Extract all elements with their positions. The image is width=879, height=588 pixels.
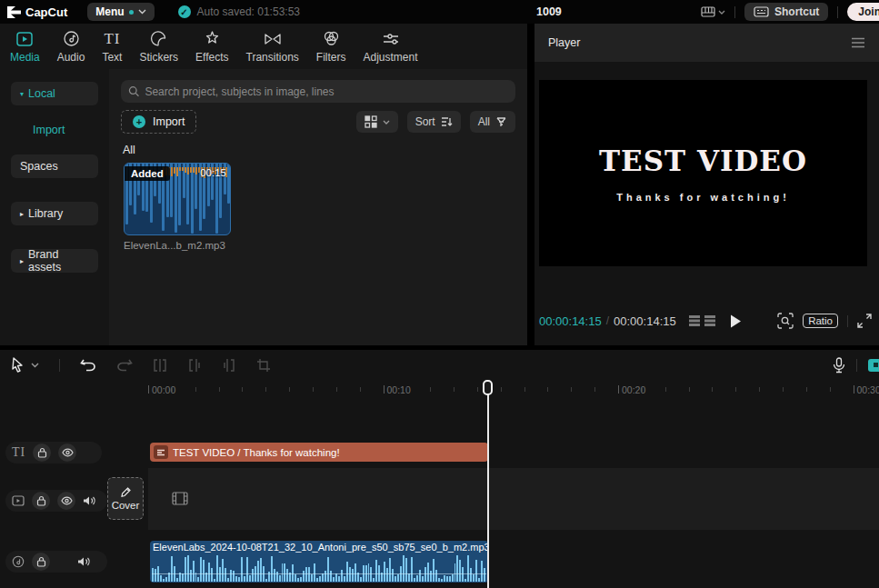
tab-audio[interactable]: Audio [55,30,88,64]
menu-button[interactable]: Menu [87,3,154,21]
pencil-icon [120,486,132,498]
lock-icon[interactable] [33,443,51,462]
chevron-down-icon [138,9,146,15]
adjustment-sliders-icon [382,30,400,48]
split-button[interactable] [153,358,167,373]
mute-icon[interactable] [83,495,95,506]
tab-stickers[interactable]: Stickers [136,30,181,64]
join-button[interactable]: Join [847,3,879,21]
sidebar-item-local[interactable]: ▾ Local [11,82,98,105]
sidebar-item-library[interactable]: ▸ Library [11,202,98,225]
select-tool-button[interactable] [11,357,39,373]
audio-icon [63,30,80,48]
tab-effects[interactable]: Effects [193,30,231,64]
media-content: + Import Sort All All [109,69,527,345]
join-label: Join [858,5,879,18]
cover-button[interactable]: Cover [107,477,144,520]
search-icon [128,85,139,97]
tab-text[interactable]: TI Text [99,30,125,64]
frame-preview-icons[interactable] [689,314,715,327]
capcut-logo-icon [7,6,21,18]
view-mode-button[interactable] [356,111,398,133]
chevron-down-icon [718,10,725,15]
player-menu-button[interactable] [851,37,865,48]
eye-icon[interactable] [57,492,75,510]
search-input[interactable] [145,85,508,98]
sidebar-item-label: Spaces [20,160,58,173]
layout-panels-button[interactable] [701,6,725,17]
ruler-tick [712,387,713,392]
play-button[interactable] [730,314,742,328]
player-panel: Player TEST VIDEO Thanks for watching! 0… [534,24,879,345]
triangle-down-icon: ▾ [20,90,24,98]
topbar-divider [837,6,838,18]
timeline-toolbar [0,350,879,380]
tab-filters-label: Filters [316,51,346,64]
tab-media[interactable]: Media [7,30,43,64]
ruler-tick [594,387,595,392]
sidebar-item-label: Local [28,87,55,100]
ruler-tick [219,387,220,392]
delete-left-button[interactable] [187,358,202,373]
ruler-tick [830,387,831,392]
import-button[interactable]: + Import [121,110,196,134]
crop-button[interactable] [256,358,271,373]
triangle-right-icon: ▸ [20,210,24,218]
clip-filename: ElevenLa...b_m2.mp3 [124,240,231,251]
ratio-button[interactable]: Ratio [803,314,838,328]
undo-button[interactable] [80,358,96,372]
tab-filters[interactable]: Filters [314,30,349,64]
menu-notification-dot [129,10,134,15]
hamburger-menu-icon [851,37,865,48]
sidebar-item-brand-assets[interactable]: ▸ Brand assets [11,249,98,273]
sort-button[interactable]: Sort [407,111,461,133]
ruler-tick [289,387,290,392]
text-track-icon: TI [12,445,25,460]
trim-left-icon [187,358,202,373]
tab-audio-label: Audio [57,51,85,64]
sidebar-item-spaces[interactable]: Spaces [11,154,98,178]
eye-icon[interactable] [58,443,76,462]
tab-text-label: Text [102,51,122,64]
text-clip[interactable]: TEST VIDEO / Thanks for watching! [150,443,488,462]
media-sidebar: ▾ Local Import Spaces ▸ Library ▸ Brand … [0,69,109,345]
expand-icon [857,314,872,328]
tab-adjustment[interactable]: Adjustment [360,30,420,64]
audio-track-header [5,551,107,573]
preview-quality-button[interactable] [777,313,794,329]
main-video-track[interactable] [148,468,879,530]
redo-button[interactable] [116,358,133,372]
ruler-tick [571,387,572,392]
timeline-ruler[interactable]: 00:0000:1000:2000:30 [0,380,879,400]
ruler-tick [665,387,666,392]
record-voiceover-button[interactable] [833,357,845,374]
ruler-tick [454,387,454,392]
sidebar-item-import[interactable]: Import [11,118,98,142]
microphone-icon [833,357,845,374]
timeline-settings-button[interactable] [868,359,879,372]
text-clip-icon [154,445,168,459]
tab-media-label: Media [10,51,40,64]
video-preview[interactable]: TEST VIDEO Thanks for watching! [539,80,867,266]
ruler-tick [172,387,173,392]
lock-icon[interactable] [32,492,50,510]
fullscreen-button[interactable] [857,314,872,328]
filter-button[interactable]: All [470,111,515,133]
tab-transitions[interactable]: Transitions [244,30,302,64]
settings-chip-glyph [874,363,878,367]
player-controls: 00:00:14:15 / 00:00:14:15 Ratio [539,310,872,332]
playhead-handle[interactable] [483,380,493,395]
layout-panels-icon [701,6,715,17]
menu-label: Menu [95,5,124,18]
audio-timeline-clip[interactable]: ElevenLabs_2024-10-08T21_32_10_Antoni_pr… [150,541,488,583]
project-title: 1009 [536,5,562,18]
controls-divider [847,315,848,327]
lock-icon[interactable] [32,553,50,571]
mute-icon[interactable] [77,556,90,567]
audio-clip-card[interactable]: Added 00:15 [124,163,231,235]
autosave-check-icon: ✓ [178,5,191,18]
capcut-logo-text: CapCut [25,5,67,19]
delete-right-button[interactable] [222,358,236,373]
ruler-label: 00:30 [857,384,879,395]
shortcut-button[interactable]: Shortcut [744,3,828,21]
